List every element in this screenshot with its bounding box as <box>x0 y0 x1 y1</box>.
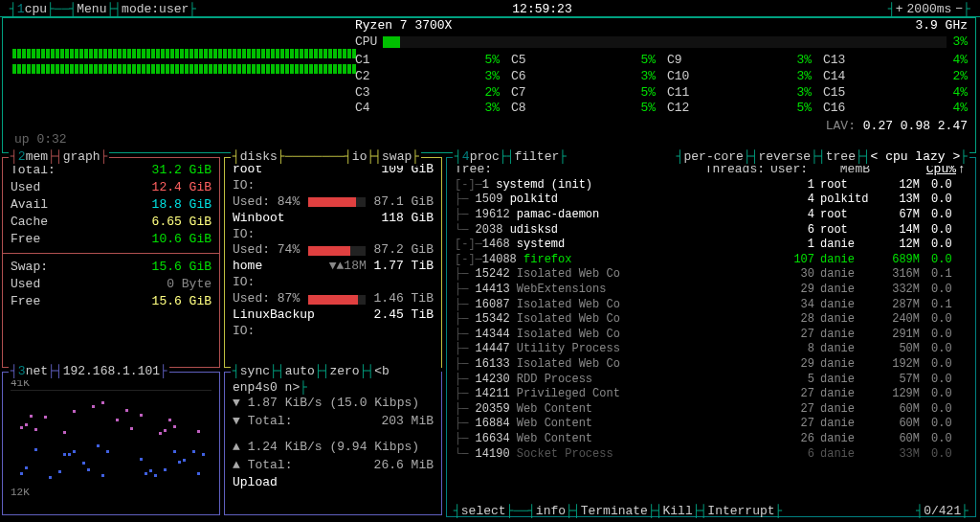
proc-row[interactable]: ├─ 16634 Web Content 26 danie 60M 0.0 <box>455 432 968 447</box>
net-tab-auto[interactable]: auto <box>285 364 315 378</box>
proc-name: RDD Process <box>517 373 592 386</box>
proc-row[interactable]: ├─ 16133 Isolated Web Co 29 danie 192M 0… <box>455 357 968 373</box>
tree-prefix: ├─ <box>455 283 476 296</box>
proc-row[interactable]: ├─ 14230 RDD Process 5 danie 57M 0.0 <box>455 373 968 388</box>
proc-name: udisksd <box>510 223 558 237</box>
proc-sort-mode[interactable]: < cpu lazy > <box>871 149 961 164</box>
dl-total-label: Total: <box>248 414 293 428</box>
proc-name: Isolated Web Co <box>517 312 620 326</box>
proc-row[interactable]: ├─ 14413 WebExtensions 29 danie 332M 0.0 <box>455 283 968 298</box>
proc-threads: 29 <box>747 283 814 298</box>
disks-label[interactable]: disks <box>240 149 278 164</box>
update-minus-button[interactable]: − <box>955 2 963 14</box>
tree-prefix: ├─ <box>455 312 476 326</box>
proc-cpu-bar: 0.1 <box>920 267 968 283</box>
core-pct: 4% <box>945 53 968 69</box>
core-pct: 3% <box>789 53 812 69</box>
footer-interrupt[interactable]: Interrupt <box>707 504 774 518</box>
proc-row[interactable]: ├─ 20359 Web Content 27 danie 60M 0.0 <box>455 402 968 418</box>
mem-row-value: 10.6 GiB <box>145 232 212 248</box>
proc-cpu: 0.1 <box>931 298 952 311</box>
proc-row[interactable]: [-]─14088 firefox 107 danie 689M 0.0 <box>455 253 968 268</box>
proc-row[interactable]: ├─ 14211 Privileged Cont 27 danie 129M 0… <box>455 387 968 402</box>
proc-tab-tree[interactable]: tree <box>826 149 856 164</box>
mem-index: 2 <box>18 149 26 164</box>
swap-row-value: 15.6 GiB <box>145 294 212 310</box>
disks-tab-swap[interactable]: swap <box>382 149 412 164</box>
proc-row[interactable]: ├─ 14447 Utility Process 8 danie 50M 0.0 <box>455 342 968 357</box>
footer-position: 0/421 <box>924 504 961 518</box>
cpu-core-grid: C1 5% C5 5% C9 3% C13 4% C2 3% C6 3% C10… <box>355 53 968 118</box>
proc-tab-percore[interactable]: per-core <box>683 149 743 164</box>
footer-terminate[interactable]: Terminate <box>581 504 648 518</box>
disk-io-label: IO: <box>233 324 255 340</box>
disk-item: Winboot118 GiB IO: Used: 74% 87.2 GiB <box>233 211 434 260</box>
tree-prefix: └─ <box>455 447 476 461</box>
cpu-panel-label[interactable]: cpu <box>25 2 47 14</box>
proc-row[interactable]: ├─ 14344 Isolated Web Co 27 danie 291M 0… <box>455 328 968 343</box>
footer-select[interactable]: select <box>461 504 506 518</box>
disk-item: LinuxBackup2.45 TiB IO: <box>233 307 434 340</box>
proc-row[interactable]: ├─ 15342 Isolated Web Co 28 danie 240M 0… <box>455 312 968 328</box>
proc-name: Isolated Web Co <box>517 267 620 281</box>
mem-label[interactable]: mem <box>26 149 48 164</box>
proc-cpu-bar: 0.0 <box>920 357 968 373</box>
proc-mem: 332M <box>872 283 920 298</box>
proc-cpu-bar: 0.0 <box>920 193 968 208</box>
net-label[interactable]: net <box>26 364 48 378</box>
proc-cpu-bar: 0.0 <box>920 402 968 418</box>
core-row: C15 4% <box>823 85 968 102</box>
tree-prefix: ├─ <box>455 342 476 355</box>
proc-row[interactable]: └─ 14190 Socket Process 6 danie 33M 0.0 <box>455 447 968 463</box>
proc-tab-filter[interactable]: filter <box>514 149 559 164</box>
disk-used-size: 87.2 GiB <box>374 242 434 259</box>
net-tab-sync[interactable]: sync <box>240 364 270 378</box>
cpu-freq: 3.9 GHz <box>915 18 968 34</box>
proc-row[interactable]: [-]─1468 systemd 1 danie 12M 0.0 <box>455 238 968 253</box>
proc-cpu: 0.0 <box>931 357 952 371</box>
update-interval: 2000ms <box>907 2 952 14</box>
disks-tab-io[interactable]: io <box>352 149 368 164</box>
proc-row[interactable]: ├─ 1509 polkitd 4 polkitd 13M 0.0 <box>455 193 968 208</box>
proc-row[interactable]: └─ 2038 udisksd 6 root 14M 0.0 <box>455 223 968 238</box>
proc-user: danie <box>814 417 872 432</box>
core-label: C11 <box>667 85 690 102</box>
footer-info[interactable]: info <box>536 504 566 518</box>
proc-user: danie <box>814 298 872 313</box>
proc-row[interactable]: ├─ 15242 Isolated Web Co 30 danie 316M 0… <box>455 267 968 283</box>
proc-pid: 16884 <box>476 417 510 430</box>
proc-row[interactable]: ├─ 19612 pamac-daemon 4 root 67M 0.0 <box>455 208 968 223</box>
proc-row[interactable]: ├─ 16884 Web Content 27 danie 60M 0.0 <box>455 417 968 432</box>
proc-row[interactable]: [-]─1 systemd (init) 1 root 12M 0.0 <box>455 178 968 193</box>
cpu-overall-pct: 3% <box>952 34 968 51</box>
cpu-sparkline <box>12 47 362 79</box>
proc-pid: 2038 <box>476 223 503 237</box>
cpu-overall-label: CPU <box>355 34 377 51</box>
proc-label[interactable]: proc <box>470 149 500 164</box>
download-rate: 1.87 KiB/s (15.0 Kibps) <box>248 396 419 410</box>
proc-row[interactable]: ├─ 16087 Isolated Web Co 34 danie 287M 0… <box>455 298 968 313</box>
cpu-panel: Ryzen 7 3700X 3.9 GHz CPU 3% C1 5% C5 5%… <box>2 17 976 153</box>
mem-row: Avail 18.8 GiB <box>11 197 212 214</box>
proc-cpu-bar: 0.1 <box>920 298 968 313</box>
proc-user: danie <box>814 402 872 418</box>
proc-user: danie <box>814 432 872 447</box>
footer-kill[interactable]: Kill <box>663 504 693 518</box>
up-arrow-icon: ▲ <box>233 440 240 454</box>
dl-total: 203 MiB <box>381 414 434 430</box>
menu-button[interactable]: Menu <box>77 2 106 14</box>
net-tab-zero[interactable]: zero <box>329 364 359 378</box>
mem-tab-graph[interactable]: graph <box>63 149 100 164</box>
mode-value[interactable]: user <box>159 2 189 14</box>
proc-name: firefox <box>523 253 571 266</box>
mem-panel: ┤2mem├┤graph├ Total: 31.2 GiB Used 12.4 … <box>2 157 220 368</box>
net-index: 3 <box>18 364 26 378</box>
proc-pid: 1 <box>482 178 489 192</box>
proc-cpu: 0.0 <box>931 387 952 400</box>
proc-user: danie <box>814 253 872 268</box>
mem-row-value: 18.8 GiB <box>145 197 212 214</box>
net-graph <box>11 390 212 486</box>
disk-size: 118 GiB <box>381 211 434 225</box>
update-plus-button[interactable]: + <box>896 2 903 14</box>
proc-tab-reverse[interactable]: reverse <box>759 149 812 164</box>
